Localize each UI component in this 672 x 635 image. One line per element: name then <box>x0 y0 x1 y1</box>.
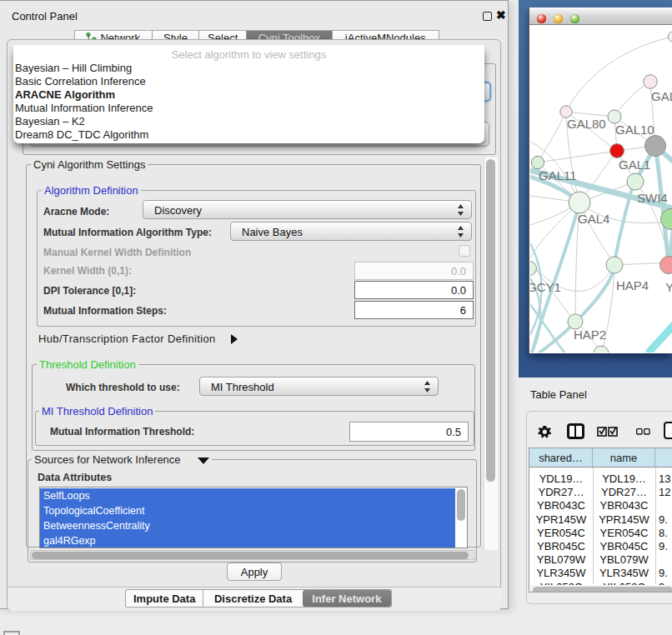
svg-text:HAP2: HAP2 <box>574 328 606 342</box>
svg-text:GAL4: GAL4 <box>578 212 609 226</box>
svg-text:GAL80: GAL80 <box>567 117 606 131</box>
svg-text:GAL1: GAL1 <box>619 158 650 172</box>
svg-text:GAL11: GAL11 <box>539 168 577 182</box>
svg-text:YM: YM <box>665 280 672 294</box>
svg-text:GAL7: GAL7 <box>651 89 672 103</box>
svg-text:GAL10: GAL10 <box>615 122 654 137</box>
svg-text:SWI4: SWI4 <box>637 191 668 205</box>
svg-text:HAP4: HAP4 <box>616 278 649 292</box>
svg-text:GCY1: GCY1 <box>530 280 561 294</box>
